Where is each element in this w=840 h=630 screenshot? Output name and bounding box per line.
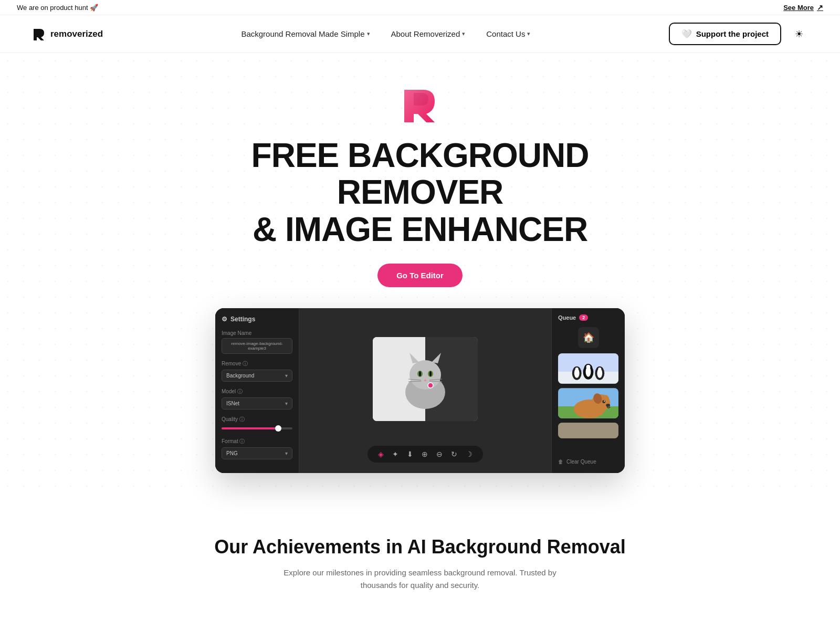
hero-section: FREE BACKGROUND REMOVER & IMAGE ENHANCER…: [0, 53, 840, 494]
remove-label: Remove ⓘ: [222, 360, 292, 368]
svg-point-8: [419, 371, 421, 376]
model-select[interactable]: ISNet▾: [222, 397, 292, 410]
image-name-input[interactable]: remove-image-background-example3: [222, 338, 292, 354]
format-select[interactable]: PNG▾: [222, 447, 292, 459]
svg-point-3: [410, 360, 441, 390]
format-field: Format ⓘ PNG▾: [222, 438, 292, 459]
format-label: Format ⓘ: [222, 438, 292, 445]
nav-about-label: About Removerized: [391, 29, 460, 38]
goto-editor-button[interactable]: Go To Editor: [377, 264, 463, 287]
toolbar-rotate-icon[interactable]: ↻: [451, 450, 457, 458]
queue-panel: Queue 2 🏠: [551, 308, 625, 473]
hero-logo-icon: [399, 85, 441, 127]
achievements-section: Our Achievements in AI Background Remova…: [0, 494, 840, 613]
achievements-title: Our Achievements in AI Background Remova…: [21, 536, 819, 558]
see-more-arrow: ↗: [817, 3, 823, 12]
penguins-svg: [558, 353, 618, 384]
queue-upload-placeholder[interactable]: 🏠: [578, 327, 599, 348]
nav-background-chevron: ▾: [367, 30, 370, 37]
queue-item-dog[interactable]: [558, 388, 618, 418]
remove-select[interactable]: Background▾: [222, 370, 292, 382]
svg-point-26: [586, 365, 591, 369]
svg-point-38: [604, 401, 605, 402]
see-more-label: See More: [783, 4, 814, 12]
hero-title-line1: FREE BACKGROUND REMOVER: [251, 136, 589, 211]
queue-badge: 2: [579, 314, 588, 321]
image-name-field: Image Name remove-image-background-examp…: [222, 330, 292, 354]
app-preview: ⚙ Settings Image Name remove-image-backg…: [215, 308, 625, 473]
quality-slider[interactable]: [222, 427, 292, 429]
settings-label: Settings: [230, 316, 255, 323]
theme-icon: ☀: [795, 28, 803, 40]
toolbar-settings-icon[interactable]: ✦: [392, 450, 398, 458]
heart-icon: 🤍: [681, 29, 692, 39]
nav-item-contact[interactable]: Contact Us ▾: [478, 25, 539, 43]
canvas-image-area: [310, 319, 541, 439]
theme-toggle[interactable]: ☀: [790, 25, 808, 44]
nav-item-about[interactable]: About Removerized ▾: [383, 25, 474, 43]
toolbar-zoom-out-icon[interactable]: ⊖: [436, 450, 443, 458]
banner-left: We are on product hunt 🚀: [17, 4, 98, 12]
hero-title: FREE BACKGROUND REMOVER & IMAGE ENHANCER: [210, 137, 630, 248]
nav-contact-chevron: ▾: [527, 30, 530, 37]
achievements-desc: Explore our milestones in providing seam…: [268, 566, 572, 592]
svg-point-37: [602, 400, 605, 403]
svg-point-9: [429, 371, 432, 376]
canvas-toolbar: ◈ ✦ ⬇ ⊕ ⊖ ↻ ☽: [368, 446, 483, 463]
hero-title-line2: & IMAGE ENHANCER: [253, 211, 587, 248]
settings-panel: ⚙ Settings Image Name remove-image-backg…: [215, 308, 299, 473]
toolbar-zoom-in-icon[interactable]: ⊕: [422, 450, 428, 458]
nav-center: Background Removal Made Simple ▾ About R…: [233, 25, 539, 43]
logo-area[interactable]: removerized: [32, 27, 103, 41]
svg-point-30: [598, 368, 601, 371]
logo-icon: [32, 27, 46, 41]
support-button[interactable]: 🤍 Support the project: [669, 23, 781, 45]
queue-header: Queue 2: [558, 314, 618, 321]
support-label: Support the project: [696, 29, 769, 38]
queue-label: Queue: [558, 314, 576, 321]
svg-point-22: [575, 368, 579, 371]
canvas-image: [373, 337, 478, 421]
svg-point-39: [606, 404, 610, 407]
main-canvas: ◈ ✦ ⬇ ⊕ ⊖ ↻ ☽: [299, 308, 551, 473]
toolbar-logo-icon[interactable]: ◈: [378, 450, 384, 458]
nav-contact-label: Contact Us: [486, 29, 525, 38]
banner-right[interactable]: See More ↗: [783, 3, 823, 12]
slider-thumb: [275, 425, 281, 432]
app-preview-inner: ⚙ Settings Image Name remove-image-backg…: [215, 308, 625, 473]
nav-about-chevron: ▾: [462, 30, 465, 37]
svg-point-15: [428, 383, 433, 388]
queue-title: Queue 2: [558, 314, 588, 321]
brand-name: removerized: [50, 29, 103, 39]
settings-title: ⚙ Settings: [222, 316, 292, 323]
banner-left-text: We are on product hunt 🚀: [17, 4, 98, 12]
queue-item-penguins[interactable]: [558, 353, 618, 384]
quality-field: Quality ⓘ: [222, 416, 292, 432]
queue-item-partial[interactable]: [558, 423, 618, 438]
navbar: removerized Background Removal Made Simp…: [0, 15, 840, 53]
goto-editor-label: Go To Editor: [396, 271, 444, 280]
nav-right: 🤍 Support the project ☀: [669, 23, 808, 45]
dog-svg: [558, 388, 618, 418]
quality-slider-container: [222, 425, 292, 432]
model-field: Model ⓘ ISNet▾: [222, 388, 292, 410]
clear-queue-button[interactable]: 🗑 Clear Queue: [558, 457, 618, 467]
remove-field: Remove ⓘ Background▾: [222, 360, 292, 382]
clear-queue-label: Clear Queue: [566, 459, 596, 465]
svg-rect-41: [558, 423, 618, 438]
trash-icon: 🗑: [558, 459, 563, 465]
toolbar-moon-icon[interactable]: ☽: [466, 450, 472, 458]
model-label: Model ⓘ: [222, 388, 292, 395]
partial-svg: [558, 423, 618, 438]
top-banner: We are on product hunt 🚀 See More ↗: [0, 0, 840, 15]
toolbar-download-icon[interactable]: ⬇: [407, 450, 413, 458]
nav-item-background[interactable]: Background Removal Made Simple ▾: [233, 25, 378, 43]
cat-svg: [373, 337, 478, 421]
quality-label: Quality ⓘ: [222, 416, 292, 423]
nav-background-label: Background Removal Made Simple: [241, 29, 364, 38]
image-name-label: Image Name: [222, 330, 292, 336]
